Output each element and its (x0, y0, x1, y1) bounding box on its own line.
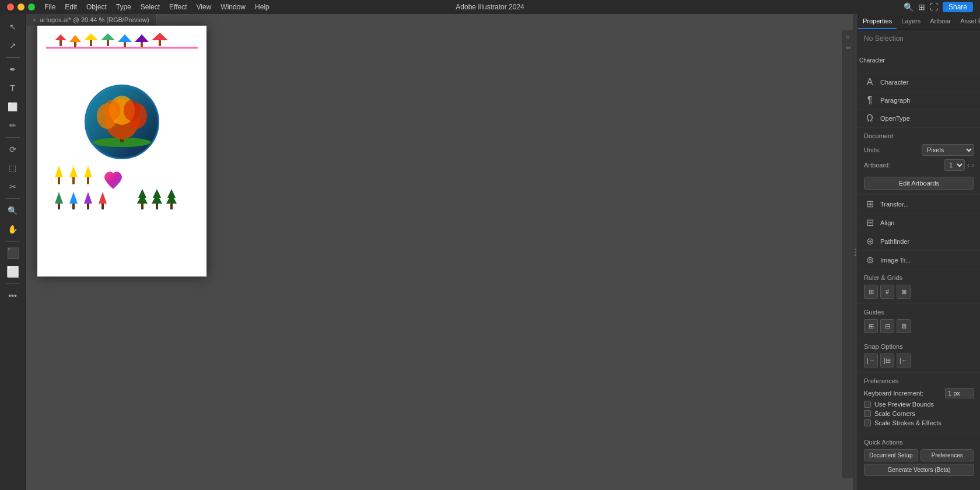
menu-window[interactable]: Window (220, 3, 246, 11)
hand-tool[interactable]: ✋ (5, 221, 21, 237)
guides-tool-1[interactable]: ⊞ (864, 319, 878, 333)
preferences-button[interactable]: Preferences (921, 449, 975, 461)
doc-tab-close-icon[interactable]: × (33, 17, 36, 23)
quick-actions-row-1: Document Setup Preferences (864, 449, 974, 461)
selection-tool[interactable]: ↖ (5, 19, 21, 35)
svg-rect-38 (102, 204, 104, 209)
ruler-tool-1[interactable]: ⊞ (864, 285, 878, 299)
svg-rect-7 (107, 40, 109, 46)
snap-tool-3[interactable]: |← (897, 354, 911, 368)
tool-separator-1 (6, 57, 20, 58)
svg-rect-36 (87, 204, 89, 209)
search-icon[interactable]: 🔍 (904, 2, 914, 12)
menu-type[interactable]: Type (116, 3, 131, 11)
minimize-button[interactable] (18, 4, 24, 10)
artboard-select[interactable]: 1 (944, 159, 965, 171)
panel-item-imagetrace[interactable]: ⊚ Image Tr... (858, 251, 980, 270)
snap-tool-1[interactable]: |→ (864, 354, 878, 368)
character-label: Character (859, 57, 885, 64)
keyboard-increment-input[interactable] (945, 388, 974, 398)
app-container: ↖ ↗ ✒ T ⬜ ✏ ⟳ ⬚ ✂ 🔍 ✋ ⬛ ⬜ ••• × ai logos… (0, 14, 980, 490)
maximize-button[interactable] (28, 4, 35, 10)
edit-artboards-button[interactable]: Edit Artboards (864, 177, 974, 190)
character-icon[interactable]: A Character (864, 52, 880, 68)
menu-file[interactable]: File (44, 3, 55, 11)
tab-artboard[interactable]: Artboar (925, 14, 956, 29)
panel-item-align[interactable]: ⊟ Align (858, 214, 980, 232)
panel-item-paragraph[interactable]: ¶ Paragraph (858, 92, 980, 110)
direct-selection-tool[interactable]: ↗ (5, 37, 21, 54)
pencil-tool[interactable]: ✏ (5, 117, 21, 134)
character-icons: A Character (864, 52, 974, 68)
document-setup-button[interactable]: Document Setup (864, 449, 918, 461)
menu-object[interactable]: Object (86, 3, 107, 11)
collapse-dots (855, 249, 856, 256)
paragraph-label: Paragraph (880, 97, 910, 104)
rotate-tool[interactable]: ⟳ (5, 141, 21, 158)
svg-marker-40 (137, 194, 148, 204)
units-row: Units: Pixels Inches Centimeters Millime… (864, 144, 974, 156)
menu-select[interactable]: Select (141, 3, 160, 11)
share-button[interactable]: Share (943, 2, 973, 12)
svg-marker-0 (55, 34, 66, 40)
ruler-tool-2[interactable]: # (880, 285, 894, 299)
keyboard-increment-label: Keyboard Increment: (864, 390, 923, 397)
svg-rect-30 (87, 177, 89, 184)
ruler-tool-3[interactable]: ⊠ (897, 285, 911, 299)
canvas-tool-1[interactable]: ≡ (844, 33, 852, 41)
scale-corners-checkbox[interactable] (864, 410, 871, 417)
scissors-tool[interactable]: ✂ (5, 178, 21, 195)
use-preview-bounds-row: Use Preview Bounds (864, 401, 974, 408)
text-tool[interactable]: T (5, 80, 21, 96)
use-preview-bounds-label: Use Preview Bounds (874, 401, 934, 408)
close-button[interactable] (7, 4, 14, 10)
menu-edit[interactable]: Edit (65, 3, 77, 11)
use-preview-bounds-checkbox[interactable] (864, 401, 871, 408)
keyboard-increment-row: Keyboard Increment: (864, 388, 974, 398)
fullscreen-icon[interactable]: ⛶ (930, 2, 938, 12)
fill-color[interactable]: ⬛ (5, 245, 21, 261)
guides-tool-3[interactable]: ⊠ (897, 319, 911, 333)
document-tab[interactable]: × ai logos.ai* @ 20.44 % (RGB/Preview) (26, 14, 157, 26)
svg-rect-41 (141, 204, 144, 209)
panel-item-pathfinder[interactable]: ⊕ Pathfinder (858, 232, 980, 251)
svg-rect-13 (159, 40, 161, 46)
ruler-grids-label: Ruler & Grids (864, 274, 974, 281)
scale-strokes-checkbox[interactable] (864, 419, 871, 426)
zoom-tool[interactable]: 🔍 (5, 202, 21, 219)
collapse-handle[interactable] (853, 14, 858, 490)
tab-properties[interactable]: Properties (858, 14, 897, 29)
svg-marker-12 (152, 33, 168, 40)
panel-item-transform[interactable]: ⊞ Transfor... (858, 195, 980, 214)
menu-effect[interactable]: Effect (169, 3, 187, 11)
guides-tool-2[interactable]: ⊟ (880, 319, 894, 333)
artboard-prev-icon[interactable]: ‹ (967, 161, 970, 169)
scale-tool[interactable]: ⬚ (5, 160, 21, 176)
tool-separator-4 (6, 241, 20, 242)
ruler-tools-row: ⊞ # ⊠ (864, 285, 974, 299)
circle-logo-area (37, 84, 206, 160)
canvas-tool-2[interactable]: ⇔ (844, 43, 852, 51)
svg-rect-26 (58, 177, 60, 184)
artboard (37, 26, 206, 276)
tab-layers[interactable]: Layers (897, 14, 925, 29)
grid-icon[interactable]: ⊞ (918, 2, 925, 12)
stroke-color[interactable]: ⬜ (5, 264, 21, 280)
opentype-icon: Ω (864, 113, 876, 124)
more-tools[interactable]: ••• (5, 288, 21, 304)
panel-item-character[interactable]: A Character (858, 74, 980, 92)
svg-marker-43 (152, 194, 162, 204)
generate-vectors-panel-button[interactable]: Generate Vectors (Beta) (864, 464, 974, 476)
snap-tool-2[interactable]: |⊞ (880, 354, 894, 368)
tab-assets[interactable]: Asset E (956, 14, 980, 29)
panel-item-opentype[interactable]: Ω OpenType (858, 110, 980, 128)
menu-view[interactable]: View (197, 3, 212, 11)
snap-tools-row: |→ |⊞ |← (864, 354, 974, 368)
shape-tool[interactable]: ⬜ (5, 99, 21, 115)
svg-rect-28 (72, 177, 75, 184)
menu-help[interactable]: Help (255, 3, 270, 11)
artboard-next-icon[interactable]: › (972, 161, 974, 169)
pen-tool[interactable]: ✒ (5, 61, 21, 78)
units-select[interactable]: Pixels Inches Centimeters Millimeters Po… (922, 144, 974, 156)
align-icon: ⊟ (864, 217, 876, 228)
